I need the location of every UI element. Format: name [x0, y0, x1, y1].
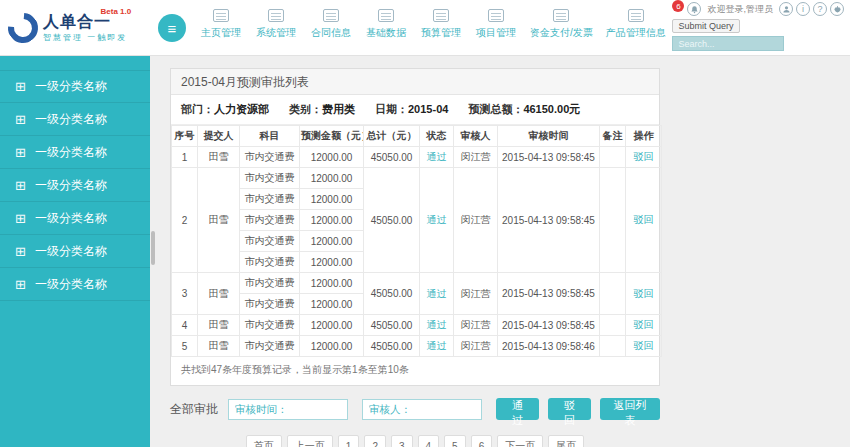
- page-button[interactable]: 4: [418, 435, 440, 447]
- subject-cell: 市内交通费: [240, 294, 300, 315]
- brand-logo-icon: [2, 7, 44, 49]
- nav-item-label: 合同信息: [311, 26, 351, 40]
- time-cell: 2015-04-13 09:58:46: [498, 336, 600, 357]
- bell-icon[interactable]: [687, 2, 701, 16]
- reject-link[interactable]: 驳回: [634, 288, 654, 299]
- amount-cell: 12000.00: [300, 210, 364, 231]
- action-cell: 驳回: [626, 273, 662, 315]
- page-button[interactable]: 3: [391, 435, 413, 447]
- auditor-input[interactable]: [362, 399, 482, 420]
- brand-text: 人单合一 Beta 1.0 智慧管理 一触即发: [43, 13, 127, 43]
- contract-icon: [323, 9, 339, 22]
- sidebar-item-label: 一级分类名称: [35, 144, 107, 161]
- table-header-cell: 序号: [172, 126, 198, 147]
- nav-item[interactable]: 项目管理: [475, 9, 517, 40]
- system-icon: [268, 9, 284, 22]
- top-bar: 人单合一 Beta 1.0 智慧管理 一触即发 ≡ 主页管理 系统管理: [0, 0, 850, 56]
- approval-buttons: 通过 驳回 返回列表: [496, 398, 660, 420]
- approve-button[interactable]: 通过: [496, 398, 539, 420]
- subject-cell: 市内交通费: [240, 168, 300, 189]
- total-cell: 45050.00: [364, 168, 420, 273]
- approval-bar: 全部审批 通过 驳回 返回列表: [170, 398, 660, 420]
- page-button[interactable]: 2: [364, 435, 386, 447]
- info-icon[interactable]: i: [796, 2, 810, 16]
- subject-cell: 市内交通费: [240, 252, 300, 273]
- hamburger-icon: ≡: [168, 20, 177, 37]
- note-cell: [600, 336, 626, 357]
- table-header-cell: 审核人: [454, 126, 498, 147]
- user-icon[interactable]: [779, 2, 793, 16]
- page-title: 2015-04月预测审批列表: [171, 69, 659, 95]
- auditor-cell: 闵江营: [454, 273, 498, 315]
- nav-item[interactable]: 主页管理: [200, 9, 242, 40]
- page-button[interactable]: 下一页: [497, 435, 543, 447]
- nav-item[interactable]: 合同信息: [310, 9, 352, 40]
- nav-item[interactable]: 预算管理: [420, 9, 462, 40]
- nav-item[interactable]: 产品管理信息: [606, 9, 666, 40]
- table-row: 3田雪市内交通费12000.0045050.00通过闵江营2015-04-13 …: [172, 273, 662, 294]
- sidebar-item-label: 一级分类名称: [35, 177, 107, 194]
- auditor-cell: 闵江营: [454, 336, 498, 357]
- action-cell: 驳回: [626, 168, 662, 273]
- amount-cell: 12000.00: [300, 168, 364, 189]
- grid-icon: ⊞: [15, 277, 26, 292]
- reject-link[interactable]: 驳回: [634, 151, 654, 162]
- submit-query-button[interactable]: Submit Query: [672, 19, 739, 33]
- note-cell: [600, 315, 626, 336]
- table-header-cell: 状态: [420, 126, 454, 147]
- note-cell: [600, 273, 626, 315]
- meta-item: 部门：人力资源部: [181, 102, 269, 117]
- submitter-cell: 田雪: [198, 315, 240, 336]
- sidebar-item-category[interactable]: ⊞ 一级分类名称: [0, 136, 150, 169]
- time-cell: 2015-04-13 09:58:45: [498, 147, 600, 168]
- page-button[interactable]: 首页: [246, 435, 282, 447]
- sidebar-item-category[interactable]: ⊞ 一级分类名称: [0, 268, 150, 301]
- sidebar-item-category[interactable]: ⊞ 一级分类名称: [0, 169, 150, 202]
- total-cell: 45050.00: [364, 273, 420, 315]
- table-row: 2田雪市内交通费12000.0045050.00通过闵江营2015-04-13 …: [172, 168, 662, 189]
- page-button[interactable]: 6: [471, 435, 493, 447]
- reject-button[interactable]: 驳回: [548, 398, 591, 420]
- user-area: 6 欢迎登录,管理员 i ? Submit Query: [672, 2, 844, 51]
- page-button[interactable]: 1: [338, 435, 360, 447]
- reject-link[interactable]: 驳回: [634, 319, 654, 330]
- page-button[interactable]: 上一页: [287, 435, 333, 447]
- power-icon[interactable]: [830, 2, 844, 16]
- reject-link[interactable]: 驳回: [634, 214, 654, 225]
- audit-time-input[interactable]: [228, 399, 348, 420]
- subject-cell: 市内交通费: [240, 336, 300, 357]
- table-header-cell: 预测金额（元）: [300, 126, 364, 147]
- search-input[interactable]: [672, 36, 784, 51]
- menu-toggle-button[interactable]: ≡: [158, 14, 186, 42]
- result-summary: 共找到47条年度预算记录，当前显示第1条至第10条: [171, 357, 659, 385]
- table-row: 4田雪市内交通费12000.0045050.00通过闵江营2015-04-13 …: [172, 315, 662, 336]
- action-cell: 驳回: [626, 315, 662, 336]
- sidebar-item-label: 一级分类名称: [35, 210, 107, 227]
- meta-item: 类别：费用类: [289, 102, 355, 117]
- seq-cell: 4: [172, 315, 198, 336]
- action-cell: 驳回: [626, 336, 662, 357]
- time-cell: 2015-04-13 09:58:45: [498, 315, 600, 336]
- back-to-list-button[interactable]: 返回列表: [600, 398, 660, 420]
- sidebar-item-category[interactable]: ⊞ 一级分类名称: [0, 103, 150, 136]
- nav-item[interactable]: 资金支付/发票: [530, 9, 593, 40]
- amount-cell: 12000.00: [300, 336, 364, 357]
- table-header-cell: 总计（元）: [364, 126, 420, 147]
- sidebar-item-category[interactable]: ⊞ 一级分类名称: [0, 70, 150, 103]
- sidebar-item-category[interactable]: ⊞ 一级分类名称: [0, 235, 150, 268]
- seq-cell: 2: [172, 168, 198, 273]
- page-button[interactable]: 尾页: [548, 435, 584, 447]
- scrollbar-thumb[interactable]: [151, 231, 155, 265]
- base-data-icon: [378, 9, 394, 22]
- top-nav: 主页管理 系统管理 合同信息 基础数据: [200, 9, 666, 40]
- page-button[interactable]: 5: [444, 435, 466, 447]
- reject-link[interactable]: 驳回: [634, 340, 654, 351]
- sidebar-item-category[interactable]: ⊞ 一级分类名称: [0, 202, 150, 235]
- nav-item[interactable]: 基础数据: [365, 9, 407, 40]
- help-icon[interactable]: ?: [813, 2, 827, 16]
- sidebar-item-label: 一级分类名称: [35, 243, 107, 260]
- grid-icon: ⊞: [15, 145, 26, 160]
- nav-item[interactable]: 系统管理: [255, 9, 297, 40]
- auditor-cell: 闵江营: [454, 315, 498, 336]
- total-cell: 45050.00: [364, 336, 420, 357]
